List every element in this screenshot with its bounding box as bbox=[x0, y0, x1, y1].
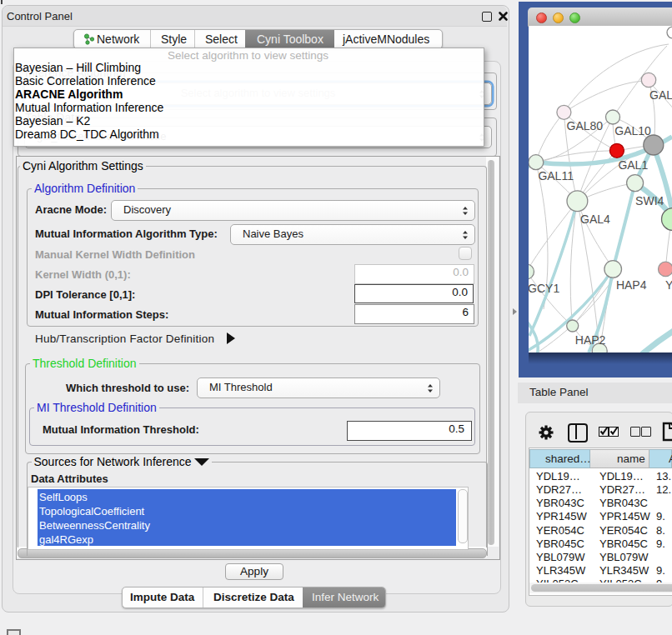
svg-text:GAL80: GAL80 bbox=[567, 119, 604, 132]
svg-text:Y: Y bbox=[665, 278, 672, 292]
svg-text:HAP2: HAP2 bbox=[575, 333, 606, 347]
svg-text:GAL2: GAL2 bbox=[649, 88, 672, 102]
svg-text:HAP4: HAP4 bbox=[616, 278, 647, 292]
svg-text:GAL4: GAL4 bbox=[580, 212, 610, 226]
svg-text:GCY1: GCY1 bbox=[529, 282, 559, 295]
svg-text:GAL1: GAL1 bbox=[618, 158, 648, 172]
svg-text:GAL10: GAL10 bbox=[614, 124, 651, 138]
svg-text:SWI4: SWI4 bbox=[635, 194, 664, 208]
svg-text:GAL11: GAL11 bbox=[538, 169, 574, 182]
